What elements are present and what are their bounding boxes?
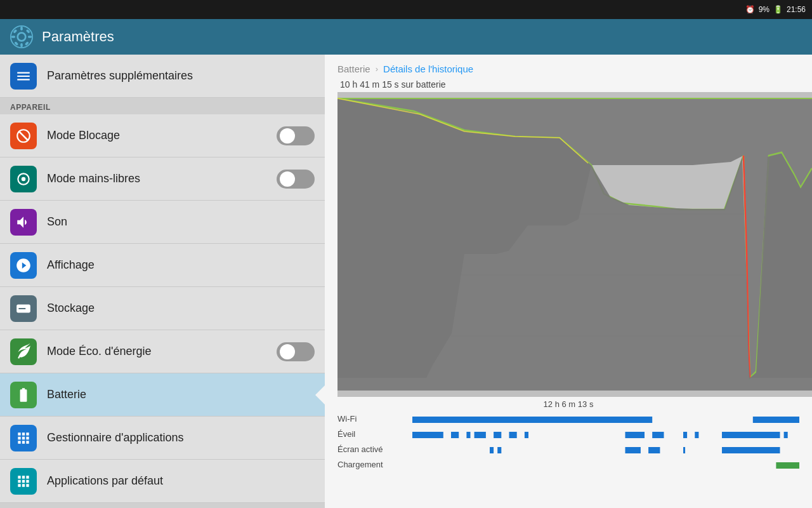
svg-rect-38 <box>648 447 660 453</box>
svg-rect-23 <box>451 432 459 438</box>
mode-blocage-knob <box>280 128 295 144</box>
mode-blocage-toggle-wrap <box>277 126 315 145</box>
settings-icon <box>10 25 33 48</box>
breadcrumb-separator: › <box>376 64 378 74</box>
svg-rect-41 <box>776 462 799 469</box>
svg-rect-30 <box>652 432 664 438</box>
sidebar-item-mode-blocage[interactable]: Mode Blocage <box>0 114 325 157</box>
mode-mains-libres-toggle-wrap <box>277 170 315 189</box>
mode-mains-libres-icon <box>10 166 37 192</box>
mode-mains-libres-toggle[interactable] <box>277 170 315 189</box>
svg-rect-35 <box>490 447 494 453</box>
wifi-label: Wi-Fi <box>337 414 407 424</box>
svg-point-13 <box>22 177 26 181</box>
svg-line-11 <box>18 131 28 140</box>
eveil-usage-row: Éveil <box>337 427 799 441</box>
mode-eco-label: Mode Éco. d'énergie <box>47 345 277 358</box>
chart-top-label: 10 h 41 m 15 s sur batterie <box>337 79 799 90</box>
chargement-label: Chargement <box>337 460 407 469</box>
mode-eco-toggle-wrap <box>277 342 315 361</box>
svg-rect-25 <box>475 432 486 438</box>
ecran-active-label: Écran activé <box>337 444 407 454</box>
svg-rect-20 <box>412 417 652 423</box>
breadcrumb: Batterie › Détails de l'historique <box>325 55 812 79</box>
gestionnaire-apps-icon <box>10 425 37 451</box>
eveil-bar <box>412 431 799 437</box>
son-label: Son <box>47 215 315 229</box>
chart-container: 10 h 41 m 15 s sur batterie <box>337 79 799 411</box>
svg-rect-29 <box>625 432 645 438</box>
svg-rect-27 <box>509 432 517 438</box>
eveil-label: Éveil <box>337 429 407 439</box>
sidebar-item-apps-defaut[interactable]: Applications par défaut <box>0 460 325 503</box>
parametres-sup-icon <box>10 63 37 90</box>
svg-rect-26 <box>494 432 501 438</box>
svg-rect-21 <box>753 417 799 423</box>
sidebar-item-gestionnaire-apps[interactable]: Gestionnaire d'applications <box>0 417 325 460</box>
ecran-active-bar <box>412 446 799 452</box>
stockage-label: Stockage <box>47 302 315 315</box>
wifi-usage-row: Wi-Fi <box>337 411 799 425</box>
alarm-icon: ⏰ <box>745 5 755 14</box>
sidebar: Paramètres supplémentaires APPAREIL Mode… <box>0 55 325 508</box>
apps-defaut-label: Applications par défaut <box>47 474 315 488</box>
status-bar: ⏰ 9% 🔋 21:56 <box>0 0 812 19</box>
sidebar-item-parametres-supplementaires[interactable]: Paramètres supplémentaires <box>0 55 325 98</box>
page-title: Paramètres <box>42 29 114 45</box>
svg-rect-39 <box>683 447 685 453</box>
battery-chart <box>337 92 812 397</box>
sidebar-item-mode-eco[interactable]: Mode Éco. d'énergie <box>0 330 325 373</box>
usage-bars: Wi-Fi Éveil <box>337 411 799 472</box>
svg-rect-22 <box>412 432 443 438</box>
svg-rect-36 <box>497 447 501 453</box>
svg-rect-33 <box>722 432 780 438</box>
content-panel: Batterie › Détails de l'historique 10 h … <box>325 55 812 508</box>
wifi-bar <box>412 415 799 422</box>
chart-bottom: 12 h 6 m 13 s <box>337 397 799 411</box>
mode-eco-knob <box>280 344 295 359</box>
svg-rect-40 <box>722 447 780 453</box>
svg-rect-3 <box>20 43 23 47</box>
stockage-icon <box>10 295 37 322</box>
batterie-icon <box>10 382 37 408</box>
svg-rect-32 <box>695 432 698 438</box>
mode-eco-icon <box>10 338 37 365</box>
svg-rect-4 <box>11 36 15 38</box>
son-icon <box>10 209 37 236</box>
main-layout: Paramètres supplémentaires APPAREIL Mode… <box>0 55 812 508</box>
sidebar-item-affichage[interactable]: Affichage <box>0 244 325 287</box>
svg-rect-37 <box>625 447 641 453</box>
chargement-usage-row: Chargement <box>337 457 799 471</box>
mode-mains-libres-knob <box>280 171 295 187</box>
section-appareil: APPAREIL <box>0 98 325 114</box>
time-display: 21:56 <box>787 5 806 14</box>
sidebar-item-batterie[interactable]: Batterie <box>0 373 325 417</box>
chargement-bar <box>412 461 799 467</box>
apps-defaut-icon <box>10 468 37 495</box>
sidebar-item-stockage[interactable]: Stockage <box>0 287 325 330</box>
mode-blocage-icon <box>10 123 37 149</box>
battery-percent: 9% <box>759 5 769 14</box>
mode-mains-libres-label: Mode mains-libres <box>47 172 277 185</box>
svg-rect-31 <box>683 432 687 438</box>
battery-icon: 🔋 <box>773 5 783 14</box>
parametres-sup-label: Paramètres supplémentaires <box>47 69 315 83</box>
breadcrumb-parent[interactable]: Batterie <box>337 64 370 74</box>
svg-rect-34 <box>784 432 788 438</box>
gestionnaire-apps-label: Gestionnaire d'applications <box>47 431 315 444</box>
mode-blocage-toggle[interactable] <box>277 126 315 145</box>
chart-bottom-label: 12 h 6 m 13 s <box>544 399 594 409</box>
affichage-icon <box>10 252 37 279</box>
affichage-label: Affichage <box>47 258 315 272</box>
sidebar-item-mode-mains-libres[interactable]: Mode mains-libres <box>0 157 325 201</box>
title-bar: Paramètres <box>0 19 812 55</box>
sidebar-item-son[interactable]: Son <box>0 201 325 244</box>
svg-rect-5 <box>28 36 32 38</box>
batterie-label: Batterie <box>47 388 315 401</box>
mode-eco-toggle[interactable] <box>277 342 315 361</box>
breadcrumb-current: Détails de l'historique <box>383 64 473 74</box>
section-personnel: PERSONNEL <box>0 503 325 508</box>
svg-rect-24 <box>466 432 470 438</box>
svg-rect-28 <box>525 432 528 438</box>
svg-rect-2 <box>20 27 23 30</box>
